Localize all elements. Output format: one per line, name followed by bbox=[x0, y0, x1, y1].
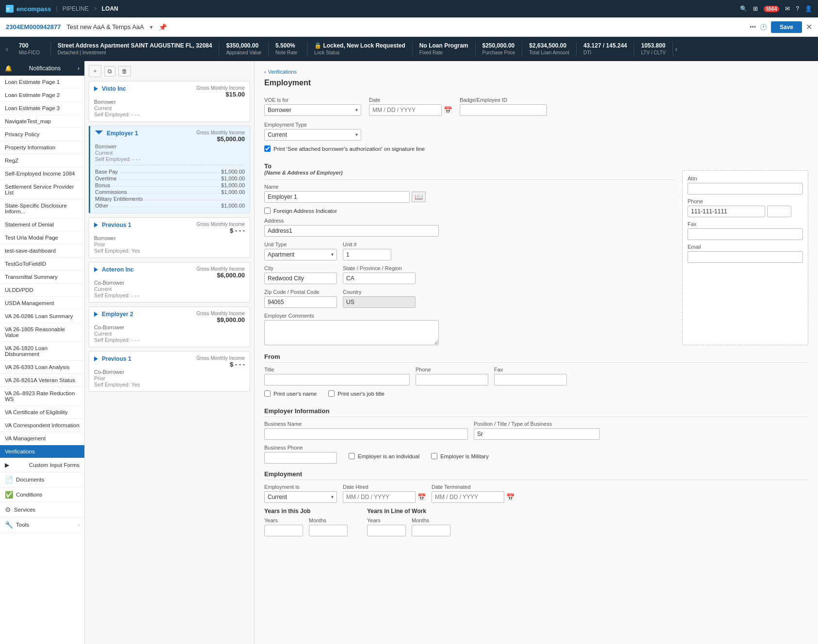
years-job-months-input[interactable] bbox=[309, 525, 348, 536]
sidebar-item-loan-estimate-3[interactable]: Loan Estimate Page 3 bbox=[0, 102, 84, 115]
years-line-years-input[interactable] bbox=[367, 525, 406, 536]
next-nav-icon[interactable]: › bbox=[675, 45, 677, 53]
sidebar-item-va-1805[interactable]: VA 26-1805 Reasonable Value bbox=[0, 323, 84, 342]
loan-id[interactable]: 2304EM000942877 bbox=[6, 23, 61, 31]
years-line-months-input[interactable] bbox=[412, 525, 450, 536]
sidebar-item-statement-denial[interactable]: Statement of Denial bbox=[0, 218, 84, 231]
date-hired-calendar-icon[interactable]: 📅 bbox=[417, 493, 426, 501]
date-terminated-input[interactable] bbox=[432, 491, 504, 503]
sidebar-item-va-correspondent[interactable]: VA Correspondent Information bbox=[0, 419, 84, 432]
search-icon[interactable]: 🔍 bbox=[740, 5, 747, 12]
notification-badge[interactable]: 5564 bbox=[764, 6, 779, 12]
badge-input[interactable] bbox=[460, 104, 547, 116]
sidebar-item-state-specific[interactable]: State-Specific Disclosure Inform... bbox=[0, 199, 84, 218]
sidebar-item-va-0286[interactable]: VA 26-0286 Loan Summary bbox=[0, 310, 84, 323]
sidebar-item-uldd[interactable]: ULDD/PDD bbox=[0, 284, 84, 297]
apps-icon[interactable]: ⊞ bbox=[753, 5, 758, 12]
sidebar-item-self-employed[interactable]: Self-Employed Income 1084 bbox=[0, 167, 84, 180]
address-input[interactable] bbox=[264, 225, 439, 237]
date-terminated-calendar-icon[interactable]: 📅 bbox=[506, 493, 514, 501]
print-auth-checkbox[interactable] bbox=[264, 145, 271, 152]
employer-card-acteron[interactable]: Acteron Inc Gross Monthly Income $6,000.… bbox=[89, 262, 250, 303]
sidebar-expand-icon[interactable]: › bbox=[78, 65, 80, 72]
date-calendar-icon[interactable]: 📅 bbox=[444, 106, 452, 114]
employer-card-prev1-coborrower[interactable]: Previous 1 Gross Monthly Income $ - - - … bbox=[89, 351, 250, 392]
employer-card-visto[interactable]: Visto Inc Gross Monthly Income $15.00 Bo… bbox=[89, 81, 250, 122]
sidebar-section-tools[interactable]: 🔧 Tools › bbox=[0, 517, 84, 532]
address-book-icon[interactable]: 📖 bbox=[412, 192, 426, 202]
city-input[interactable] bbox=[264, 273, 337, 284]
unit-num-input[interactable] bbox=[343, 249, 391, 260]
comments-textarea[interactable] bbox=[264, 320, 439, 345]
sidebar-item-va-8261[interactable]: VA 26-8261A Veteran Status bbox=[0, 374, 84, 387]
sidebar-item-va-6393[interactable]: VA 26-6393 Loan Analysis bbox=[0, 361, 84, 374]
from-title-input[interactable] bbox=[264, 374, 410, 386]
sidebar-item-property-info[interactable]: Property Information bbox=[0, 141, 84, 154]
sidebar-item-custom-forms[interactable]: ▶ Custom Input Forms bbox=[0, 458, 84, 472]
sidebar-item-test-goto[interactable]: TestGoToFieldID bbox=[0, 258, 84, 271]
copy-employer-button[interactable]: ⧉ bbox=[104, 66, 115, 77]
acteron-expand-icon[interactable] bbox=[94, 267, 98, 272]
sidebar-section-services[interactable]: ⚙ Services bbox=[0, 502, 84, 517]
prev-nav-icon[interactable]: ‹ bbox=[6, 45, 8, 53]
sidebar-item-loan-estimate-1[interactable]: Loan Estimate Page 1 bbox=[0, 76, 84, 89]
zip-input[interactable] bbox=[264, 296, 337, 308]
business-name-input[interactable] bbox=[264, 428, 468, 440]
sidebar-item-test-save[interactable]: test-save-dashboard bbox=[0, 244, 84, 258]
is-military-checkbox[interactable] bbox=[431, 453, 437, 459]
employer-card-employer1[interactable]: Employer 1 Gross Monthly Income $5,000.0… bbox=[89, 126, 250, 213]
fax-input[interactable] bbox=[688, 228, 803, 240]
sidebar-section-conditions[interactable]: ✅ Conditions bbox=[0, 487, 84, 502]
employer-card-employer2[interactable]: Employer 2 Gross Monthly Income $9,000.0… bbox=[89, 306, 250, 347]
voe-for-select[interactable]: Borrower Co-Borrower bbox=[264, 104, 361, 116]
date-input[interactable] bbox=[369, 104, 442, 116]
employer2-expand-icon[interactable] bbox=[94, 312, 98, 317]
unit-type-select[interactable]: Apartment Suite Unit bbox=[264, 249, 337, 260]
breadcrumb-label[interactable]: Verifications bbox=[268, 69, 297, 75]
sidebar-item-settlement[interactable]: Settlement Service Provider List bbox=[0, 180, 84, 199]
print-job-title-checkbox[interactable] bbox=[328, 390, 335, 397]
print-username-checkbox[interactable] bbox=[264, 390, 271, 397]
nav-pipeline[interactable]: PIPELINE bbox=[63, 5, 89, 12]
sidebar-item-va-1820[interactable]: VA 26-1820 Loan Disbursement bbox=[0, 342, 84, 361]
sidebar-item-va-8923[interactable]: VA 26–8923 Rate Reduction WS bbox=[0, 387, 84, 406]
foreign-address-checkbox[interactable] bbox=[264, 208, 271, 214]
sidebar-item-va-cert[interactable]: VA Certificate of Eligibility bbox=[0, 406, 84, 419]
dropdown-icon[interactable]: ▾ bbox=[150, 24, 153, 31]
employment-type-select[interactable]: Current Previous bbox=[264, 129, 361, 141]
pin-icon[interactable]: 📌 bbox=[159, 23, 167, 31]
add-employer-button[interactable]: ＋ bbox=[89, 65, 101, 77]
mail-icon[interactable]: ✉ bbox=[785, 5, 790, 12]
more-icon[interactable]: ••• bbox=[750, 24, 756, 31]
sidebar-item-test-urla[interactable]: Test Urla Modal Page bbox=[0, 231, 84, 244]
from-fax-input[interactable] bbox=[494, 374, 567, 386]
employer-card-prev1-borrower[interactable]: Previous 1 Gross Monthly Income $ - - - … bbox=[89, 217, 250, 258]
nav-loan[interactable]: LOAN bbox=[102, 5, 118, 12]
prev1co-expand-icon[interactable] bbox=[94, 356, 98, 361]
prev1b-expand-icon[interactable] bbox=[94, 223, 98, 227]
history-icon[interactable]: 🕐 bbox=[760, 24, 767, 31]
visto-expand-icon[interactable] bbox=[94, 86, 98, 91]
custom-forms-toggle[interactable]: ▶ bbox=[5, 462, 9, 468]
position-input[interactable] bbox=[474, 428, 600, 440]
attn-input[interactable] bbox=[688, 183, 803, 194]
sidebar-item-va-management[interactable]: VA Management bbox=[0, 432, 84, 445]
phone-ext-input[interactable] bbox=[767, 206, 791, 217]
country-input[interactable] bbox=[343, 296, 416, 308]
from-phone-input[interactable] bbox=[416, 374, 488, 386]
breadcrumb[interactable]: ‹ Verifications bbox=[264, 69, 808, 75]
is-individual-checkbox[interactable] bbox=[349, 453, 355, 459]
sidebar-item-privacy-policy[interactable]: Privacy Policy bbox=[0, 128, 84, 141]
sidebar-item-regz[interactable]: RegZ bbox=[0, 154, 84, 167]
employer1-expand-icon[interactable] bbox=[95, 130, 103, 137]
close-icon[interactable]: ✕ bbox=[806, 22, 812, 32]
state-input[interactable] bbox=[343, 273, 416, 284]
user-icon[interactable]: 👤 bbox=[805, 5, 812, 12]
phone-input[interactable] bbox=[688, 206, 765, 217]
date-hired-input[interactable] bbox=[343, 491, 416, 503]
delete-employer-button[interactable]: 🗑 bbox=[118, 66, 131, 77]
employment-is-select[interactable]: Current Previous bbox=[264, 491, 337, 503]
years-job-years-input[interactable] bbox=[264, 525, 303, 536]
help-icon[interactable]: ? bbox=[796, 5, 799, 12]
sidebar-item-verifications[interactable]: Verifications bbox=[0, 445, 84, 458]
